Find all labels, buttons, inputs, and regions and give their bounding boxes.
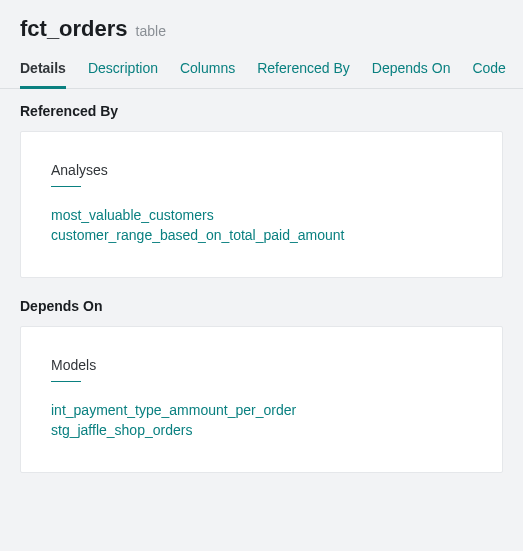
group-title-models: Models — [51, 357, 472, 373]
page-title: fct_orders — [20, 16, 128, 42]
group-title-analyses: Analyses — [51, 162, 472, 178]
ref-link[interactable]: stg_jaffle_shop_orders — [51, 422, 192, 438]
tab-description[interactable]: Description — [88, 60, 158, 88]
tab-bar: Details Description Columns Referenced B… — [0, 60, 523, 89]
title-row: fct_orders table — [20, 16, 503, 42]
section-depends-on: Depends On Models int_payment_type_ammou… — [0, 284, 523, 473]
ref-link[interactable]: int_payment_type_ammount_per_order — [51, 402, 296, 418]
group-underline — [51, 186, 81, 187]
card-referenced-by: Analyses most_valuable_customers custome… — [20, 131, 503, 278]
tab-columns[interactable]: Columns — [180, 60, 235, 88]
page-subtitle: table — [136, 23, 166, 39]
tab-details[interactable]: Details — [20, 60, 66, 89]
link-list-models: int_payment_type_ammount_per_order stg_j… — [51, 402, 472, 438]
group-underline — [51, 381, 81, 382]
ref-link[interactable]: customer_range_based_on_total_paid_amoun… — [51, 227, 344, 243]
tab-code[interactable]: Code — [472, 60, 505, 88]
section-referenced-by: Referenced By Analyses most_valuable_cus… — [0, 89, 523, 278]
section-title-referenced-by: Referenced By — [20, 103, 503, 119]
tab-referenced-by[interactable]: Referenced By — [257, 60, 350, 88]
link-list-analyses: most_valuable_customers customer_range_b… — [51, 207, 472, 243]
section-title-depends-on: Depends On — [20, 298, 503, 314]
page-header: fct_orders table — [0, 0, 523, 42]
card-depends-on: Models int_payment_type_ammount_per_orde… — [20, 326, 503, 473]
tab-depends-on[interactable]: Depends On — [372, 60, 451, 88]
ref-link[interactable]: most_valuable_customers — [51, 207, 214, 223]
